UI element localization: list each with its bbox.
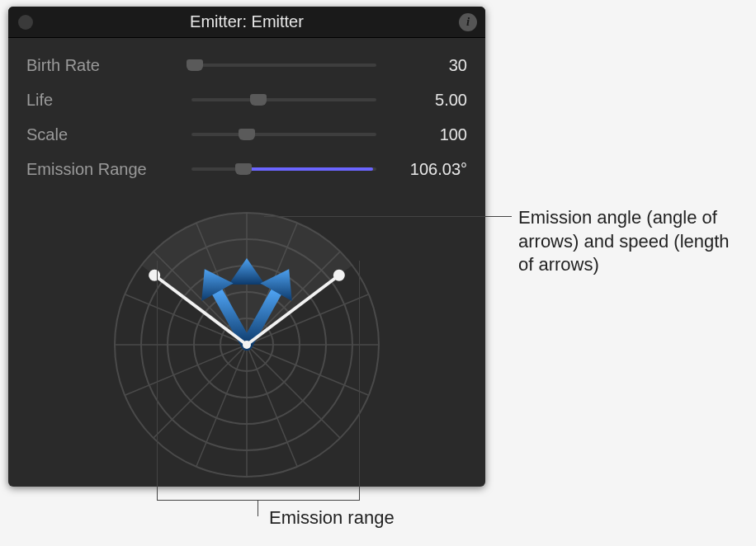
param-label: Scale — [26, 125, 191, 144]
callout-angle-speed: Emission angle (angle of arrows) and spe… — [518, 206, 741, 277]
slider-thumb[interactable] — [235, 163, 252, 175]
emission-radar-wrap — [8, 205, 485, 485]
param-row: Scale100 — [26, 117, 467, 152]
panel-title: Emitter: Emitter — [8, 12, 485, 31]
radar-center[interactable] — [243, 341, 251, 349]
svg-line-15 — [154, 345, 247, 438]
param-slider[interactable] — [191, 126, 376, 143]
callout-range: Emission range — [269, 506, 395, 530]
param-slider[interactable] — [191, 92, 376, 108]
range-handle-dot[interactable] — [333, 270, 345, 281]
param-label: Life — [26, 91, 191, 110]
callout-line-range-stem — [258, 500, 258, 516]
param-value[interactable]: 30 — [393, 56, 467, 75]
callout-line-angle — [264, 216, 512, 217]
range-handle-dot[interactable] — [149, 270, 160, 281]
param-value[interactable]: 106.03° — [393, 160, 467, 179]
callout-line-range-bottom — [157, 500, 360, 501]
callout-line-range-right — [359, 261, 360, 500]
param-slider[interactable] — [191, 57, 376, 73]
param-label: Emission Range — [26, 160, 191, 179]
param-value[interactable]: 100 — [393, 125, 467, 144]
parameter-list: Birth Rate30Life5.00Scale100Emission Ran… — [8, 38, 485, 193]
titlebar: Emitter: Emitter i — [8, 7, 485, 38]
slider-thumb[interactable] — [187, 59, 203, 71]
param-value[interactable]: 5.00 — [393, 91, 467, 110]
param-label: Birth Rate — [26, 56, 191, 75]
slider-thumb[interactable] — [250, 94, 267, 106]
param-row: Birth Rate30 — [26, 48, 467, 82]
info-button[interactable]: i — [459, 13, 477, 31]
emission-radar[interactable] — [106, 205, 387, 485]
param-row: Emission Range106.03° — [26, 152, 467, 186]
emitter-hud-panel: Emitter: Emitter i Birth Rate30Life5.00S… — [8, 7, 485, 487]
slider-thumb[interactable] — [239, 129, 255, 140]
param-slider[interactable] — [191, 161, 376, 177]
param-row: Life5.00 — [26, 82, 467, 117]
close-button[interactable] — [18, 15, 33, 30]
callout-line-range-left — [157, 261, 158, 500]
svg-line-19 — [247, 345, 340, 438]
